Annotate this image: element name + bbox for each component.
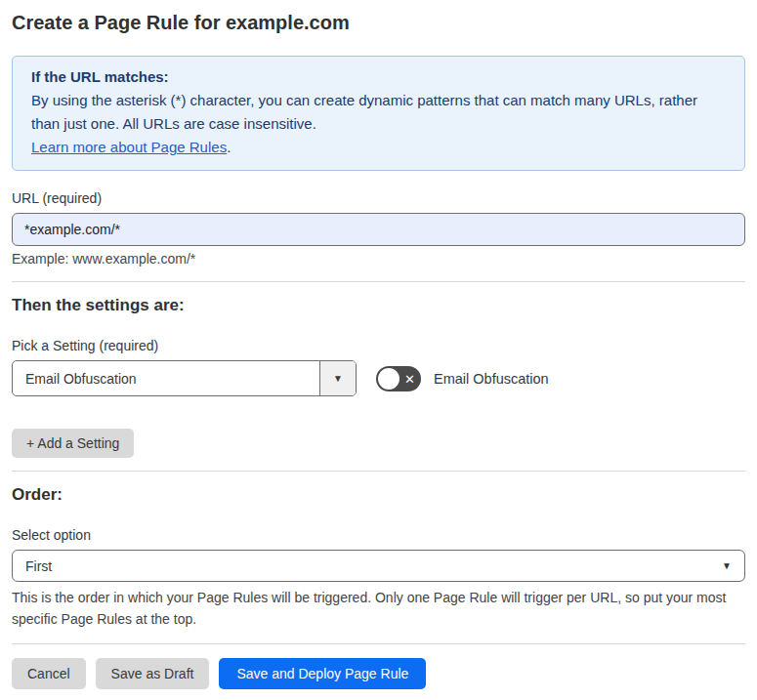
- order-section-heading: Order:: [12, 484, 745, 506]
- toggle-off-x-icon: ✕: [404, 372, 415, 385]
- link-period: .: [227, 139, 231, 155]
- url-input[interactable]: [12, 213, 745, 246]
- toggle-knob: [378, 368, 400, 390]
- setting-select[interactable]: Email Obfuscation ▼: [12, 360, 357, 396]
- add-setting-button[interactable]: + Add a Setting: [12, 429, 134, 458]
- toggle-label: Email Obfuscation: [434, 371, 549, 387]
- cancel-button[interactable]: Cancel: [12, 658, 86, 689]
- page-title: Create a Page Rule for example.com: [12, 10, 745, 35]
- section-divider: [12, 281, 745, 282]
- info-box-heading: If the URL matches:: [31, 65, 726, 89]
- order-select[interactable]: First ▼: [12, 550, 745, 582]
- email-obfuscation-toggle[interactable]: ✕: [376, 366, 421, 391]
- section-divider: [12, 471, 745, 472]
- order-select-value: First: [25, 558, 52, 574]
- url-match-info-box: If the URL matches: By using the asteris…: [12, 56, 745, 171]
- info-box-link-row: Learn more about Page Rules.: [31, 136, 726, 159]
- info-box-body: By using the asterisk (*) character, you…: [31, 89, 726, 136]
- pick-setting-label: Pick a Setting (required): [12, 338, 745, 354]
- save-draft-button[interactable]: Save as Draft: [96, 658, 210, 689]
- setting-select-value: Email Obfuscation: [13, 361, 319, 395]
- learn-more-link[interactable]: Learn more about Page Rules: [31, 139, 227, 155]
- create-page-rule-form: Create a Page Rule for example.com If th…: [0, 0, 757, 700]
- chevron-down-icon[interactable]: ▼: [319, 361, 356, 395]
- section-divider: [12, 643, 745, 644]
- order-description: This is the order in which your Page Rul…: [12, 587, 745, 630]
- footer-actions: Cancel Save as Draft Save and Deploy Pag…: [12, 658, 745, 689]
- url-field-label: URL (required): [12, 190, 745, 207]
- order-select-label: Select option: [12, 527, 745, 544]
- chevron-down-icon: ▼: [722, 560, 732, 571]
- save-deploy-button[interactable]: Save and Deploy Page Rule: [219, 658, 426, 689]
- setting-row: Email Obfuscation ▼ ✕ Email Obfuscation: [12, 360, 745, 396]
- url-example-hint: Example: www.example.com/*: [12, 251, 745, 268]
- settings-section-heading: Then the settings are:: [12, 295, 745, 316]
